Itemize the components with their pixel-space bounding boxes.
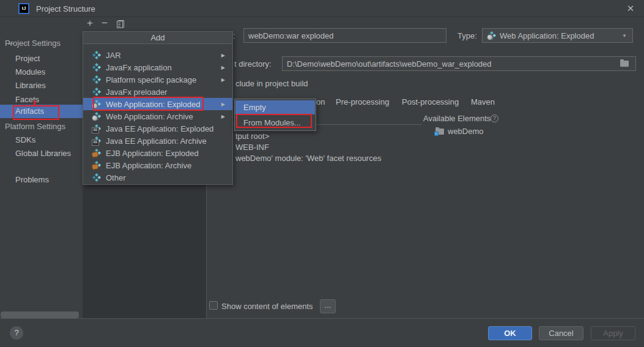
ejb-artifact-icon (92, 149, 101, 157)
web-exploded-submenu: Empty From Modules... (234, 99, 316, 131)
javaee-artifact-icon (92, 124, 101, 133)
annotation-tick-artifacts (34, 100, 35, 106)
name-label-partial: : (233, 31, 235, 40)
available-elements-header: Available Elements (423, 114, 490, 123)
window-title: Project Structure (36, 4, 95, 13)
artifact-icon (92, 51, 101, 59)
menu-item-javaee-application-archive[interactable]: Java EE Application: Archive (83, 135, 232, 147)
sidebar-horizontal-scrollbar[interactable] (1, 312, 79, 318)
artifact-type-dropdown[interactable]: Web Application: Exploded ▼ (482, 28, 633, 43)
sidebar-item-libraries[interactable]: Libraries (0, 79, 83, 92)
tab-pre-processing[interactable]: Pre-processing (336, 97, 389, 106)
submenu-item-from-modules[interactable]: From Modules... (235, 116, 315, 130)
web-exploded-artifact-icon (92, 100, 101, 108)
tab-post-processing[interactable]: Post-processing (402, 97, 459, 106)
menu-item-ejb-application-exploded[interactable]: EJB Application: Exploded (83, 147, 232, 159)
browse-folder-icon[interactable] (620, 61, 629, 67)
submenu-arrow-icon: ▶ (221, 77, 225, 83)
sidebar-item-problems[interactable]: Problems (0, 173, 83, 187)
menu-item-ejb-application-archive[interactable]: EJB Application: Archive (83, 159, 232, 171)
project-structure-dialog: IJ Project Structure ✕ ← → Project Setti… (0, 0, 644, 347)
cancel-button[interactable]: Cancel (539, 326, 583, 340)
remove-artifact-button[interactable]: − (102, 17, 108, 29)
submenu-arrow-icon: ▶ (221, 102, 225, 107)
copy-artifact-icon[interactable] (117, 20, 124, 28)
menu-item-javaee-application-exploded[interactable]: Java EE Application: Exploded (83, 122, 232, 135)
close-icon[interactable]: ✕ (624, 3, 637, 15)
add-artifact-button[interactable]: + (87, 17, 93, 29)
title-bar: IJ Project Structure ✕ (0, 0, 644, 17)
menu-item-platform-specific-package[interactable]: Platform specific package ▶ (83, 73, 232, 86)
available-module-webdemo[interactable]: webDemo (448, 127, 484, 136)
sidebar-section-platform-settings: Platform Settings (5, 122, 65, 131)
menu-item-web-application-exploded[interactable]: Web Application: Exploded ▶ (83, 98, 232, 110)
help-button[interactable]: ? (10, 326, 23, 340)
tree-output-root-partial[interactable]: tput root> (235, 132, 269, 141)
artifact-name-input[interactable] (243, 28, 446, 43)
sidebar-item-sdks[interactable]: SDKs (0, 133, 83, 147)
apply-button: Apply (591, 326, 635, 340)
artifact-icon (92, 63, 101, 72)
type-label: Type: (457, 31, 477, 40)
web-archive-artifact-icon (92, 112, 101, 121)
submenu-item-empty[interactable]: Empty (235, 100, 315, 114)
submenu-arrow-icon: ▶ (221, 53, 225, 58)
submenu-arrow-icon: ▶ (221, 65, 225, 70)
sidebar-item-artifacts[interactable]: Artifacts (0, 105, 83, 118)
artifact-type-value: Web Application: Exploded (500, 31, 594, 40)
sidebar-item-global-libraries[interactable]: Global Libraries (0, 147, 83, 160)
menu-item-web-application-archive[interactable]: Web Application: Archive ▶ (83, 110, 232, 122)
sidebar-item-project[interactable]: Project (0, 52, 83, 65)
ejb-artifact-icon (92, 161, 101, 170)
chevron-down-icon: ▼ (622, 33, 627, 39)
tab-maven[interactable]: Maven (471, 97, 495, 106)
javaee-artifact-icon (92, 136, 101, 145)
sidebar-section-project-settings: Project Settings (5, 39, 61, 48)
help-question-icon[interactable]: ? (490, 114, 498, 122)
sidebar-item-modules[interactable]: Modules (0, 65, 83, 79)
menu-item-javafx-preloader[interactable]: JavaFx preloader (83, 86, 232, 98)
settings-sidebar: ← → Project Settings Project Modules Lib… (0, 17, 83, 318)
show-content-checkbox[interactable] (209, 301, 218, 310)
ok-button[interactable]: OK (488, 326, 532, 340)
tree-webdemo-facet-resources[interactable]: webDemo' module: 'Web' facet resources (235, 154, 381, 163)
module-folder-icon (435, 129, 444, 135)
intellij-logo-icon: IJ (18, 3, 29, 14)
menu-item-jar[interactable]: JAR ▶ (83, 49, 232, 61)
menu-item-javafx-application[interactable]: JavaFx application ▶ (83, 61, 232, 73)
submenu-arrow-icon: ▶ (221, 114, 225, 119)
tree-web-inf[interactable]: WEB-INF (235, 143, 269, 152)
menu-item-other[interactable]: Other (83, 171, 232, 184)
include-in-build-label-partial: clude in project build (235, 79, 308, 88)
show-content-label: Show content of elements (221, 302, 313, 311)
add-menu-title: Add (83, 32, 232, 44)
tab-validation-partial[interactable]: on (316, 97, 325, 106)
artifact-icon (92, 75, 101, 84)
web-exploded-artifact-icon (487, 31, 496, 40)
artifact-icon (92, 88, 101, 96)
add-popup-menu: Add JAR ▶ JavaFx application ▶ Platform … (83, 31, 233, 185)
artifact-icon (92, 173, 101, 182)
output-directory-input[interactable] (282, 56, 636, 71)
more-options-button[interactable]: ... (320, 299, 336, 313)
output-directory-label-partial: t directory: (234, 59, 272, 69)
